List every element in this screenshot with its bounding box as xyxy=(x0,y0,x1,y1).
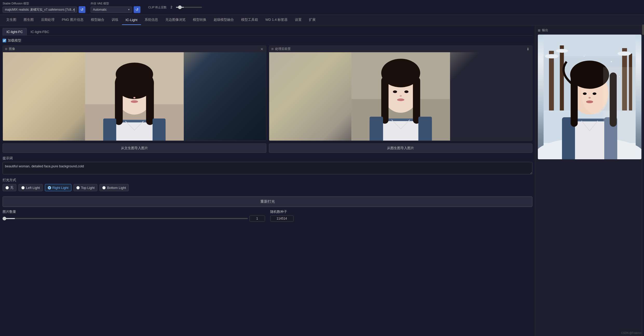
image-count-slider[interactable] xyxy=(3,218,248,219)
tab-sys-info[interactable]: 系统信息 xyxy=(141,15,162,25)
tab-super-merge[interactable]: 超级模型融合 xyxy=(210,15,238,25)
import-from-txt2img-btn[interactable]: 从文生图导入图片 xyxy=(3,143,266,153)
tab-extensions[interactable]: 扩展 xyxy=(305,15,319,25)
image-icon-right: ⊞ xyxy=(271,47,274,51)
svg-point-27 xyxy=(404,90,408,93)
random-seed-label: 随机数种子 xyxy=(270,209,533,214)
right-panel-download-btn[interactable]: ⬇ xyxy=(526,47,530,51)
random-seed-input[interactable] xyxy=(270,215,294,222)
lighting-bottom-radio[interactable] xyxy=(102,186,106,189)
sd-model-label: Stable Diffusion 模型 xyxy=(3,2,85,5)
sub-tabs: IC-light-FC IC-light-FBC xyxy=(3,28,532,36)
lighting-right-label: Right Light xyxy=(52,186,69,190)
random-seed-item: 随机数种子 xyxy=(270,209,533,222)
svg-rect-48 xyxy=(572,121,607,159)
lighting-none-label: 无 xyxy=(10,185,13,190)
lighting-top-label: Top Light xyxy=(81,186,95,190)
tab-img2img[interactable]: 图生图 xyxy=(20,15,37,25)
sd-model-refresh-btn[interactable]: ↺ xyxy=(79,6,85,13)
sd-model-row: majicMIX realistic 麦橘写实_v7.safetensors [… xyxy=(3,6,85,13)
clip-slider[interactable] xyxy=(176,7,202,8)
lighting-none-radio[interactable] xyxy=(5,186,9,189)
lighting-label: 打光方式 xyxy=(3,178,532,182)
relight-btn[interactable]: 重新打光 xyxy=(3,196,532,207)
tab-ic-light[interactable]: IC-Light xyxy=(122,15,141,25)
vae-model-section: 外挂 VAE 模型 Automatic ↺ xyxy=(91,2,140,13)
sd-model-select[interactable]: majicMIX realistic 麦橘写实_v7.safetensors [… xyxy=(3,6,77,13)
right-panel-label: 处理后前景 xyxy=(275,47,291,51)
image-count-item: 图片数量 xyxy=(3,209,265,222)
lighting-top[interactable]: Top Light xyxy=(73,184,98,191)
left-panel: IC-light-FC IC-light-FBC 加载模型 ⊞ 图像 ✕ xyxy=(0,25,535,336)
svg-point-40 xyxy=(618,51,631,56)
lighting-left-radio[interactable] xyxy=(21,186,25,189)
lighting-radio-group: 无 Left Light Right Light Top Light Botto… xyxy=(3,184,532,191)
svg-point-11 xyxy=(138,92,142,95)
tab-png-info[interactable]: PNG 图片信息 xyxy=(58,15,87,25)
svg-point-13 xyxy=(131,100,138,103)
svg-rect-24 xyxy=(369,117,383,141)
left-panel-label: 图像 xyxy=(9,47,15,51)
svg-rect-35 xyxy=(560,45,564,110)
output-image-container xyxy=(538,35,641,159)
image-icon-left: ⊞ xyxy=(5,47,7,51)
tab-infinite-image[interactable]: 无边图像浏览 xyxy=(162,15,189,25)
count-section: 图片数量 随机数种子 xyxy=(3,209,532,222)
lighting-bottom[interactable]: Bottom Light xyxy=(99,184,129,191)
left-image-display[interactable] xyxy=(3,52,266,141)
watermark: CSDN @Fndemn xyxy=(621,332,641,334)
svg-rect-19 xyxy=(380,121,421,141)
svg-point-57 xyxy=(593,93,596,95)
sub-tab-fbc[interactable]: IC-light-FBC xyxy=(27,28,53,35)
tab-wd14[interactable]: WD 1.4 标签器 xyxy=(262,15,291,25)
output-image-display xyxy=(538,35,641,159)
import-buttons: 从文生图导入图片 从图生图导入图片 xyxy=(3,143,532,153)
right-image-display[interactable] xyxy=(269,52,532,141)
tab-train[interactable]: 训练 xyxy=(108,15,122,25)
left-panel-close-btn[interactable]: ✕ xyxy=(260,47,264,51)
vae-model-select[interactable]: Automatic xyxy=(91,6,132,13)
svg-point-58 xyxy=(588,97,591,98)
load-model-checkbox[interactable] xyxy=(3,39,6,42)
svg-rect-34 xyxy=(549,51,554,111)
vae-model-label: 外挂 VAE 模型 xyxy=(91,2,140,5)
scrollbar-thumb[interactable] xyxy=(642,24,644,35)
sub-tab-fc[interactable]: IC-light-FC xyxy=(3,28,27,35)
lighting-bottom-label: Bottom Light xyxy=(107,186,126,190)
output-header: ⊞ 输出 xyxy=(538,28,641,32)
prompt-label: 提示词 xyxy=(3,156,532,161)
tab-txt2img[interactable]: 文生图 xyxy=(3,15,20,25)
lighting-top-radio[interactable] xyxy=(76,186,80,189)
left-image-panel: ⊞ 图像 ✕ xyxy=(3,45,266,141)
vae-model-refresh-btn[interactable]: ↺ xyxy=(134,6,140,13)
lighting-none[interactable]: 无 xyxy=(3,184,16,191)
tab-settings[interactable]: 设置 xyxy=(291,15,305,25)
lighting-right[interactable]: Right Light xyxy=(45,184,71,191)
left-panel-header: ⊞ 图像 ✕ xyxy=(3,46,266,52)
svg-point-10 xyxy=(127,92,131,95)
output-label: 输出 xyxy=(542,28,548,32)
lighting-left[interactable]: Left Light xyxy=(18,184,43,191)
tab-postprocess[interactable]: 后期处理 xyxy=(37,15,58,25)
svg-rect-54 xyxy=(571,73,578,127)
right-panel-header-left: ⊞ 处理后前景 xyxy=(271,47,291,51)
prompt-input[interactable] xyxy=(3,162,532,174)
tab-model-merge[interactable]: 模型融合 xyxy=(87,15,108,25)
svg-rect-14 xyxy=(103,118,116,141)
image-count-label: 图片数量 xyxy=(3,209,265,214)
svg-point-38 xyxy=(545,54,558,58)
tab-model-toolbox[interactable]: 模型工具箱 xyxy=(238,15,262,25)
svg-point-42 xyxy=(584,56,585,57)
vae-model-row: Automatic ↺ xyxy=(91,6,140,13)
image-count-input[interactable] xyxy=(249,215,265,222)
clip-value: 2 xyxy=(169,5,174,9)
lighting-left-label: Left Light xyxy=(26,186,40,190)
lighting-right-radio[interactable] xyxy=(48,186,51,189)
left-portrait-svg xyxy=(3,52,266,141)
right-image-panel: ⊞ 处理后前景 ⬇ xyxy=(269,45,533,141)
import-from-img2img-btn[interactable]: 从图生图导入图片 xyxy=(269,143,533,153)
output-portrait-svg xyxy=(538,35,641,159)
tab-model-convert[interactable]: 模型转换 xyxy=(189,15,210,25)
svg-rect-22 xyxy=(381,77,388,124)
svg-point-28 xyxy=(399,95,402,97)
